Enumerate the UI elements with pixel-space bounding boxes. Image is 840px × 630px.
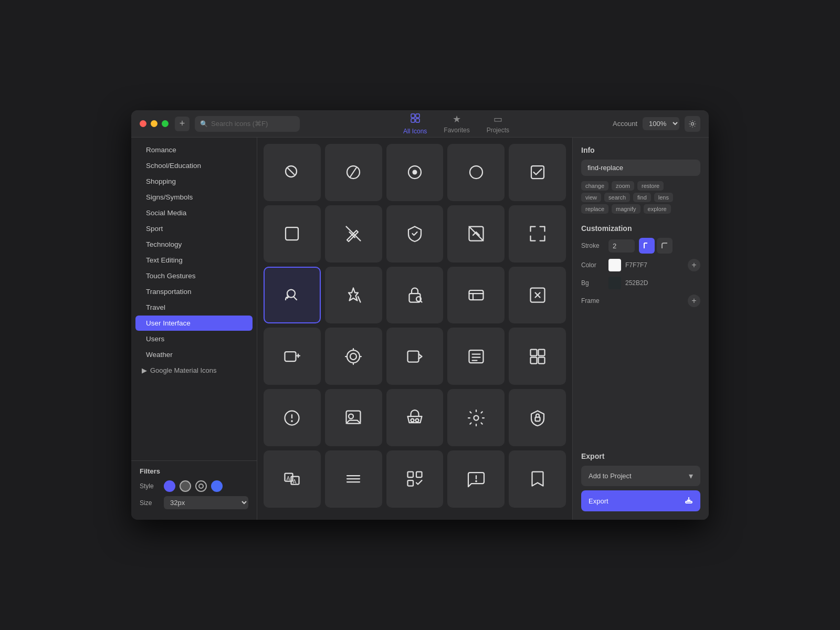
tag-view[interactable]: view — [581, 193, 601, 202]
svg-line-8 — [350, 167, 356, 177]
tag-find[interactable]: find — [633, 193, 651, 202]
tab-projects[interactable]: ▭ Projects — [487, 113, 509, 134]
sidebar-item-users[interactable]: Users — [135, 331, 253, 346]
svg-text:A: A — [293, 478, 297, 485]
style-outline-btn[interactable] — [180, 480, 191, 492]
icon-alert-circle[interactable] — [264, 389, 321, 446]
icon-grid-view[interactable] — [509, 328, 566, 385]
svg-rect-39 — [407, 351, 418, 362]
style-label: Style — [140, 482, 159, 490]
add-button[interactable]: + — [175, 117, 190, 131]
tag-replace[interactable]: replace — [581, 204, 608, 214]
icon-bookmark[interactable] — [509, 450, 566, 508]
zoom-select[interactable]: 100% 50% 75% 150% 200% — [643, 117, 679, 130]
sidebar-item-sport[interactable]: Sport — [135, 221, 253, 236]
icon-grid-check[interactable] — [386, 450, 444, 508]
icon-settings-pen[interactable] — [325, 267, 382, 324]
icon-grid-panel: AA — [257, 138, 572, 520]
svg-text:A: A — [287, 475, 290, 481]
icon-incognito[interactable] — [386, 389, 444, 446]
stroke-input[interactable] — [608, 239, 635, 253]
icon-pen-slash[interactable] — [325, 205, 382, 262]
svg-point-54 — [415, 418, 418, 422]
sidebar-item-text-editing[interactable]: Text Editing — [135, 253, 253, 268]
export-button[interactable]: Export — [581, 490, 700, 511]
icon-find-replace[interactable] — [264, 267, 321, 324]
color-label: Color — [581, 261, 604, 269]
maximize-button[interactable] — [162, 120, 169, 127]
minimize-button[interactable] — [151, 120, 158, 127]
icon-user-image[interactable] — [325, 389, 382, 446]
bg-row: Bg 252B2D — [581, 277, 700, 289]
tag-lens[interactable]: lens — [654, 193, 673, 202]
icon-empty-set[interactable] — [325, 144, 382, 201]
tag-change[interactable]: change — [581, 181, 608, 191]
icon-frame-corner[interactable] — [509, 205, 566, 262]
sidebar-group-google-material[interactable]: ▶ Google Material Icons — [131, 363, 257, 378]
svg-rect-69 — [686, 501, 692, 503]
add-to-project-dropdown[interactable]: Add to Project ▾ — [581, 466, 700, 486]
sidebar-item-signs[interactable]: Signs/Symbols — [135, 190, 253, 205]
sidebar-item-transportation[interactable]: Transportation — [135, 284, 253, 299]
tag-restore[interactable]: restore — [637, 181, 664, 191]
icon-list-view[interactable] — [447, 328, 505, 385]
icon-lock-shield[interactable] — [509, 389, 566, 446]
icon-lock-settings[interactable] — [386, 267, 444, 324]
icon-settings-gear[interactable] — [447, 389, 505, 446]
color-swatch[interactable] — [608, 259, 621, 271]
icon-square[interactable] — [264, 205, 321, 262]
right-panel: Info find-replace change zoom restore vi… — [572, 138, 709, 520]
search-bar[interactable]: 🔍 Search icons (⌘F) — [195, 116, 300, 132]
sidebar-item-shopping[interactable]: Shopping — [135, 174, 253, 189]
sidebar-item-user-interface[interactable]: User Interface — [135, 316, 253, 331]
icon-checkbox[interactable] — [509, 144, 566, 201]
sidebar-item-weather[interactable]: Weather — [135, 347, 253, 362]
sidebar-item-travel[interactable]: Travel — [135, 300, 253, 315]
icon-panel[interactable] — [447, 267, 505, 324]
icon-shield-check[interactable] — [386, 205, 444, 262]
close-button[interactable] — [140, 120, 146, 127]
svg-point-33 — [347, 350, 360, 363]
tag-explore[interactable]: explore — [644, 204, 671, 214]
sidebar-item-social[interactable]: Social Media — [135, 205, 253, 220]
tab-all-icons[interactable]: All Icons — [403, 113, 427, 135]
svg-rect-2 — [411, 119, 415, 122]
titlebar-right: Account 100% 50% 75% 150% 200% — [613, 116, 700, 132]
icon-menu-list[interactable] — [325, 450, 382, 508]
corner-square-btn[interactable] — [639, 238, 655, 254]
style-options — [164, 480, 223, 492]
bg-label: Bg — [581, 279, 604, 287]
style-outline2-btn[interactable] — [195, 480, 207, 492]
icon-chat-alert[interactable] — [447, 450, 505, 508]
svg-rect-3 — [416, 119, 419, 122]
icon-translate[interactable]: AA — [264, 450, 321, 508]
svg-point-53 — [411, 418, 414, 422]
style-blue-btn[interactable] — [211, 480, 223, 492]
search-placeholder: Search icons (⌘F) — [211, 120, 268, 128]
icon-image-slash[interactable] — [447, 205, 505, 262]
icon-target[interactable] — [325, 328, 382, 385]
icon-forward[interactable] — [386, 328, 444, 385]
tab-favorites[interactable]: ★ Favorites — [444, 113, 469, 134]
icon-radio-filled[interactable] — [386, 144, 444, 201]
icon-add-window[interactable] — [264, 328, 321, 385]
settings-button[interactable] — [685, 116, 700, 132]
tag-zoom[interactable]: zoom — [612, 181, 634, 191]
tag-magnify[interactable]: magnify — [612, 204, 640, 214]
sidebar-item-technology[interactable]: Technology — [135, 237, 253, 252]
nav-tabs: All Icons ★ Favorites ▭ Projects — [300, 113, 613, 135]
icon-delete-box[interactable] — [509, 267, 566, 324]
corner-round-btn[interactable] — [657, 238, 673, 254]
icon-search-slash[interactable] — [264, 144, 321, 201]
bg-swatch[interactable] — [608, 277, 621, 289]
sidebar-item-school[interactable]: School/Education — [135, 158, 253, 173]
add-color-button[interactable]: + — [688, 259, 700, 271]
svg-point-50 — [292, 421, 293, 422]
add-frame-button[interactable]: + — [688, 295, 700, 307]
size-select[interactable]: 32px 16px 24px 48px 64px — [164, 496, 248, 509]
sidebar-item-touch[interactable]: Touch Gestures — [135, 268, 253, 284]
icon-circle[interactable] — [447, 144, 505, 201]
sidebar-item-romance[interactable]: Romance — [135, 142, 253, 158]
style-filled-btn[interactable] — [164, 480, 175, 492]
tag-search[interactable]: search — [604, 193, 630, 202]
